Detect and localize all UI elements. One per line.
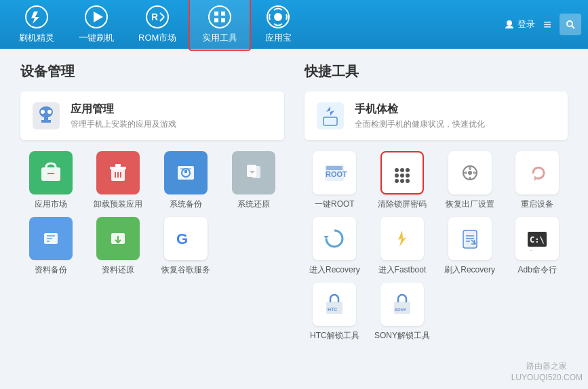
flash-recovery-label: 刷入Recovery — [444, 264, 495, 276]
right-section-title: 快捷工具 — [305, 62, 568, 81]
search-button[interactable] — [560, 14, 581, 35]
clear-lock-item[interactable]: 清除锁屏密码 — [372, 151, 433, 210]
uninstall-item[interactable]: 卸载预装应用 — [88, 151, 149, 210]
svg-point-17 — [47, 110, 52, 114]
system-backup-icon-box — [164, 151, 208, 194]
nav-rom-market[interactable]: R ROM市场 — [126, 0, 189, 49]
nav-utility-tools[interactable]: 实用工具 — [189, 0, 251, 51]
login-label: 登录 — [517, 18, 535, 30]
svg-point-5 — [209, 6, 231, 28]
svg-rect-38 — [326, 166, 342, 170]
svg-text:C:\: C:\ — [530, 235, 545, 245]
svg-marker-2 — [94, 12, 103, 22]
phone-check-card[interactable]: 手机体检 全面检测手机的健康状况，快速优化 — [305, 91, 568, 140]
svg-point-42 — [395, 168, 399, 172]
svg-text:G: G — [176, 230, 188, 247]
left-panel: 设备管理 应用管理 管理手机上安装的应用及游戏 — [20, 62, 284, 375]
app-management-title: 应用管理 — [71, 102, 176, 117]
svg-point-11 — [274, 13, 282, 21]
app-market-item[interactable]: 应用市场 — [20, 151, 81, 210]
google-services-item[interactable]: G 恢复谷歌服务 — [155, 217, 216, 276]
restart-device-label: 重启设备 — [521, 199, 553, 210]
menu-button[interactable]: ≡ — [543, 17, 551, 33]
svg-point-39 — [395, 173, 399, 178]
system-restore-label: 系统还原 — [237, 199, 270, 210]
flash-recovery-item[interactable]: 刷入Recovery — [439, 217, 501, 276]
factory-reset-label: 恢复出厂设置 — [446, 199, 494, 210]
enter-fastboot-label: 进入Fastboot — [378, 264, 427, 276]
svg-text:ROOT: ROOT — [326, 170, 347, 178]
svg-line-14 — [572, 26, 574, 28]
adb-command-item[interactable]: C:\ _ Adb命令行 — [507, 217, 568, 276]
nav-app-store[interactable]: 应用宝 — [251, 0, 305, 49]
svg-text:SONY: SONY — [395, 308, 406, 312]
nav-one-click-flash-label: 一键刷机 — [79, 32, 114, 44]
svg-rect-21 — [110, 167, 126, 169]
data-backup-label: 资料备份 — [35, 264, 67, 276]
google-services-label: 恢复谷歌服务 — [161, 264, 210, 276]
data-backup-icon-box — [29, 217, 73, 260]
watermark: 路由器之家 LUYOUQI520.COM — [511, 350, 583, 384]
app-management-desc: 管理手机上安装的应用及游戏 — [71, 119, 176, 130]
right-grid-row2: 进入Recovery 进入Fastboot — [305, 217, 568, 276]
restart-device-item[interactable]: 重启设备 — [507, 151, 568, 210]
factory-reset-icon — [448, 151, 492, 194]
nav-one-click-flash[interactable]: 一键刷机 — [66, 0, 126, 49]
nav-utility-tools-label: 实用工具 — [202, 32, 237, 44]
data-backup-item[interactable]: 资料备份 — [20, 217, 81, 276]
data-restore-item[interactable]: 资料还原 — [88, 217, 149, 276]
sony-unlock-item[interactable]: SONY SONY解锁工具 — [372, 283, 433, 342]
svg-point-13 — [567, 21, 572, 26]
svg-rect-28 — [184, 170, 187, 173]
htc-unlock-icon: HTC — [313, 283, 356, 326]
svg-rect-6 — [214, 12, 218, 16]
svg-point-43 — [400, 168, 404, 172]
svg-rect-7 — [221, 12, 225, 16]
svg-point-16 — [41, 110, 45, 114]
header-right: 登录 ≡ — [504, 14, 581, 35]
restart-device-icon — [515, 151, 559, 194]
flash-recovery-icon — [448, 217, 492, 260]
svg-point-50 — [473, 171, 475, 174]
app-market-icon-box — [29, 151, 73, 194]
svg-point-47 — [406, 179, 410, 183]
svg-rect-53 — [463, 230, 477, 248]
nav-flash-wizard[interactable]: 刷机精灵 — [7, 0, 66, 49]
system-backup-label: 系统备份 — [170, 199, 202, 210]
svg-point-41 — [406, 173, 410, 178]
svg-rect-22 — [115, 164, 121, 167]
login-button[interactable]: 登录 — [504, 18, 535, 30]
one-click-root-label: 一键ROOT — [315, 199, 355, 210]
htc-unlock-item[interactable]: HTC HTC解锁工具 — [305, 283, 366, 342]
app-management-card[interactable]: 应用管理 管理手机上安装的应用及游戏 — [20, 91, 284, 140]
enter-recovery-item[interactable]: 进入Recovery — [305, 217, 366, 276]
system-restore-icon-box — [232, 151, 275, 194]
sony-unlock-icon: SONY — [380, 283, 424, 326]
svg-point-40 — [400, 173, 404, 178]
svg-rect-19 — [47, 173, 54, 174]
nav-rom-market-label: ROM市场 — [138, 32, 176, 44]
svg-rect-8 — [214, 18, 218, 22]
enter-recovery-label: 进入Recovery — [309, 264, 360, 276]
factory-reset-item[interactable]: 恢复出厂设置 — [439, 151, 501, 210]
uninstall-label: 卸载预装应用 — [94, 199, 142, 210]
htc-unlock-label: HTC解锁工具 — [310, 330, 359, 342]
svg-point-52 — [469, 167, 471, 170]
svg-text:_: _ — [530, 245, 533, 251]
svg-point-51 — [465, 171, 467, 174]
svg-text:HTC: HTC — [328, 307, 337, 312]
google-services-icon-box: G — [164, 217, 208, 260]
svg-text:R: R — [151, 12, 158, 22]
enter-fastboot-item[interactable]: 进入Fastboot — [372, 217, 433, 276]
clear-lock-icon — [380, 151, 424, 194]
adb-command-label: Adb命令行 — [518, 264, 557, 276]
nav-flash-wizard-label: 刷机精灵 — [19, 32, 54, 44]
header: 刷机精灵 一键刷机 R ROM市场 实用工具 — [0, 0, 588, 49]
system-restore-item[interactable]: 系统还原 — [223, 151, 284, 210]
right-grid-row3: HTC HTC解锁工具 SONY SONY解锁工具 — [305, 283, 568, 342]
one-click-root-item[interactable]: ROOT 一键ROOT — [305, 151, 366, 210]
svg-point-12 — [507, 20, 512, 26]
system-backup-item[interactable]: 系统备份 — [155, 151, 216, 210]
svg-point-46 — [400, 179, 404, 183]
enter-recovery-icon — [313, 217, 356, 260]
